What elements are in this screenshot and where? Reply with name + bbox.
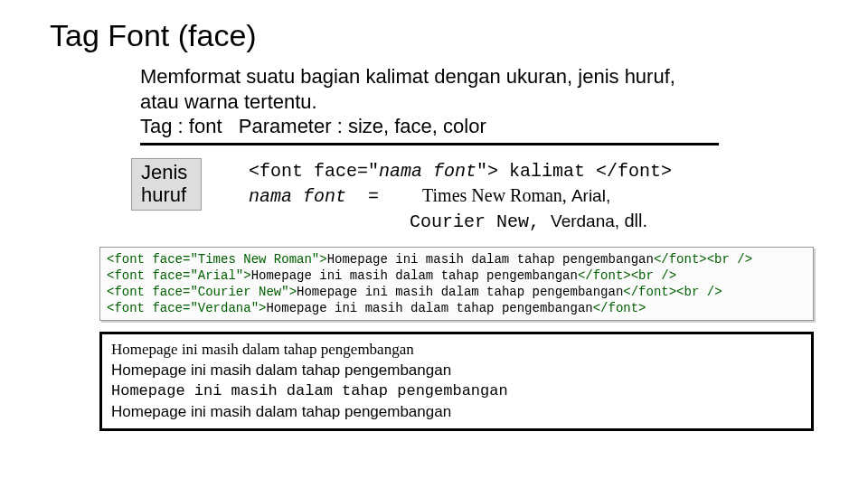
code-close-tag: </font><br /> — [623, 285, 722, 299]
label-line-1: Jenis — [141, 161, 192, 183]
description-block: Memformat suatu bagian kalimat dengan uk… — [140, 64, 719, 145]
syntax-block: <font face="nama font"> kalimat </font> … — [249, 158, 672, 234]
output-preview-box: Homepage ini masih dalam tahap pengemban… — [99, 332, 814, 431]
code-close-tag: </font><br /> — [578, 268, 676, 283]
output-line-arial: Homepage ini masih dalam tahap pengemban… — [111, 361, 802, 381]
code-text: Homepage ini masih dalam tahap pengemban… — [251, 268, 578, 283]
font-example-courier: Courier New, — [410, 211, 551, 232]
output-line-tnr: Homepage ini masih dalam tahap pengemban… — [111, 340, 802, 361]
code-line: <font face="Arial">Homepage ini masih da… — [107, 267, 807, 284]
code-line: <font face="Verdana">Homepage ini masih … — [107, 300, 807, 316]
code-line: <font face="Courier New">Homepage ini ma… — [107, 284, 807, 300]
syntax-line-3: Courier New, Verdana, dll. — [249, 209, 672, 234]
code-open-tag: <font face="Arial"> — [107, 268, 251, 283]
code-open-tag: <font face="Verdana"> — [107, 301, 266, 315]
syntax-line-2: nama font = Times New Roman, Arial, — [249, 183, 672, 209]
syntax-equals: = — [346, 186, 422, 207]
font-example-end: dll. — [624, 211, 647, 230]
code-open-tag: <font face="Courier New"> — [107, 285, 297, 299]
font-type-label: Jenis huruf — [131, 158, 202, 211]
code-text: Homepage ini masih dalam tahap pengemban… — [266, 301, 592, 315]
syntax-row: Jenis huruf <font face="nama font"> kali… — [131, 158, 818, 234]
code-text: Homepage ini masih dalam tahap pengemban… — [327, 252, 654, 267]
code-open-tag: <font face="Times New Roman"> — [107, 252, 327, 267]
syntax-name-font-2: nama font — [249, 186, 346, 207]
description-line-1: Memformat suatu bagian kalimat dengan uk… — [140, 64, 719, 114]
font-example-tnr: Times New Roman, — [422, 185, 571, 205]
font-example-verdana: Verdana, — [551, 211, 624, 230]
code-text: Homepage ini masih dalam tahap pengemban… — [297, 285, 623, 299]
syntax-close-tag: "> kalimat </font> — [476, 161, 672, 182]
code-close-tag: </font><br /> — [654, 252, 752, 267]
syntax-line-1: <font face="nama font"> kalimat </font> — [249, 158, 672, 183]
output-line-courier: Homepage ini masih dalam tahap pengemban… — [111, 381, 802, 402]
code-close-tag: </font> — [593, 301, 646, 315]
code-line: <font face="Times New Roman">Homepage in… — [107, 251, 807, 267]
font-example-arial: Arial, — [571, 186, 610, 205]
slide-title: Tag Font (face) — [50, 18, 818, 53]
syntax-name-font: nama font — [379, 161, 476, 182]
syntax-open-tag: <font face=" — [249, 161, 379, 182]
label-line-2: huruf — [141, 183, 192, 206]
output-line-verdana: Homepage ini masih dalam tahap pengemban… — [111, 402, 802, 423]
code-example-box: <font face="Times New Roman">Homepage in… — [99, 247, 814, 322]
description-line-2: Tag : font Parameter : size, face, color — [140, 114, 719, 139]
